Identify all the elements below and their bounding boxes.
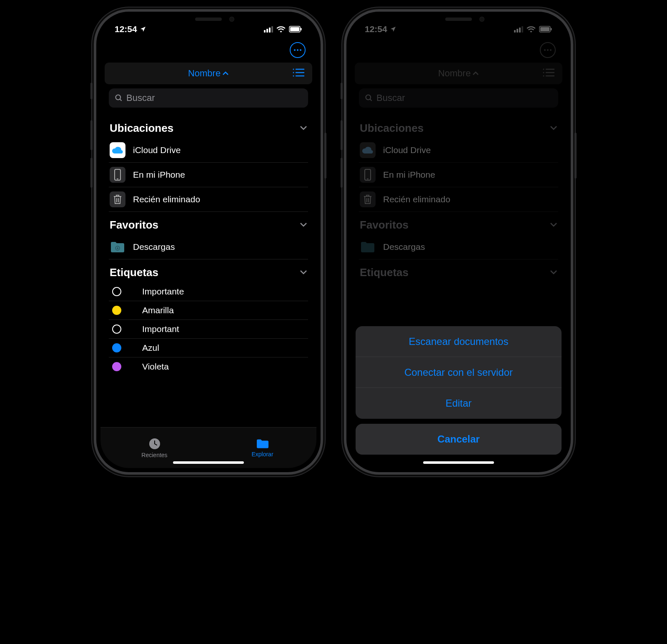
svg-line-13	[120, 99, 122, 101]
wifi-icon	[276, 26, 286, 33]
search-placeholder: Buscar	[376, 93, 405, 103]
list-item-label: Important	[142, 324, 179, 334]
tag-color-icon	[112, 287, 121, 296]
tag-row[interactable]: Important	[109, 320, 308, 339]
section-title: Ubicaciones	[110, 122, 173, 135]
list-item-label: Descargas	[383, 242, 425, 252]
folder-icon	[256, 438, 269, 449]
location-iphone: En mi iPhone	[359, 163, 558, 187]
list-item-label: iCloud Drive	[133, 145, 181, 155]
sheet-cancel[interactable]: Cancelar	[356, 424, 562, 455]
section-title: Etiquetas	[110, 266, 158, 279]
sort-label: Nombre	[188, 68, 221, 79]
section-title: Favoritos	[110, 219, 158, 231]
svg-rect-1	[290, 27, 299, 31]
tag-row[interactable]: Azul	[109, 339, 308, 357]
list-item-label: Importante	[142, 287, 184, 297]
chevron-down-icon	[300, 125, 307, 132]
list-item-label: En mi iPhone	[133, 170, 185, 180]
svg-point-26	[543, 72, 544, 73]
svg-point-28	[543, 75, 544, 77]
location-icon	[390, 26, 396, 33]
list-item-label: Amarilla	[142, 305, 174, 315]
svg-point-12	[116, 95, 121, 100]
home-indicator[interactable]	[173, 461, 244, 464]
cell-signal-icon	[264, 26, 273, 33]
location-icon	[140, 26, 146, 33]
chevron-up-icon	[222, 71, 229, 75]
svg-point-22	[547, 49, 549, 51]
location-trash: Recién eliminado	[359, 187, 558, 212]
list-view-icon	[542, 68, 555, 79]
section-locations: Ubicaciones	[359, 115, 558, 138]
favorite-downloads[interactable]: Descargas	[109, 235, 308, 259]
search-input: Buscar	[359, 88, 558, 108]
tag-color-icon	[112, 325, 121, 334]
svg-point-5	[300, 49, 301, 51]
search-input[interactable]: Buscar	[109, 88, 308, 108]
section-favorites[interactable]: Favoritos	[109, 212, 308, 235]
list-item-label: En mi iPhone	[383, 170, 435, 180]
chevron-down-icon	[300, 221, 307, 229]
chevron-down-icon	[550, 125, 557, 132]
list-item-label: iCloud Drive	[383, 145, 431, 155]
more-button[interactable]	[540, 42, 556, 58]
svg-rect-2	[301, 28, 302, 30]
svg-point-10	[293, 75, 294, 77]
section-locations[interactable]: Ubicaciones	[109, 115, 308, 138]
tag-row[interactable]: Amarilla	[109, 301, 308, 320]
cell-signal-icon	[514, 26, 523, 33]
tag-row[interactable]: Violeta	[109, 357, 308, 376]
downloads-folder-icon	[110, 239, 125, 255]
chevron-down-icon	[550, 269, 557, 277]
tag-color-icon	[112, 343, 121, 352]
sort-label: Nombre	[438, 68, 471, 79]
tag-color-icon	[112, 362, 121, 371]
chevron-down-icon	[550, 221, 557, 229]
search-placeholder: Buscar	[126, 93, 155, 103]
tab-label: Explorar	[251, 451, 273, 458]
favorite-downloads: Descargas	[359, 235, 558, 259]
section-tags[interactable]: Etiquetas	[109, 259, 308, 282]
list-item-label: Recién eliminado	[133, 194, 200, 204]
sort-bar: Nombre	[355, 63, 562, 84]
location-trash[interactable]: Recién eliminado	[109, 187, 308, 212]
location-icloud: iCloud Drive	[359, 138, 558, 163]
more-button[interactable]	[290, 42, 306, 58]
svg-point-6	[293, 69, 294, 70]
svg-point-3	[294, 49, 296, 51]
sheet-scan-documents[interactable]: Escanear documentos	[356, 326, 562, 357]
svg-point-4	[297, 49, 298, 51]
cloud-icon	[110, 142, 125, 158]
clock: 12:54	[115, 24, 137, 34]
section-tags: Etiquetas	[359, 259, 558, 282]
sheet-edit[interactable]: Editar	[356, 388, 562, 419]
list-item-label: Recién eliminado	[383, 194, 450, 204]
svg-point-24	[543, 69, 544, 70]
tab-label: Recientes	[141, 452, 167, 458]
cloud-icon	[360, 142, 376, 158]
section-title: Favoritos	[360, 219, 409, 231]
trash-icon	[360, 191, 376, 207]
section-title: Etiquetas	[360, 266, 409, 279]
section-title: Ubicaciones	[360, 122, 424, 135]
sheet-connect-server[interactable]: Conectar con el servidor	[356, 357, 562, 388]
location-icloud[interactable]: iCloud Drive	[109, 138, 308, 163]
svg-rect-19	[540, 27, 549, 31]
battery-icon	[289, 26, 302, 33]
home-indicator[interactable]	[423, 461, 494, 464]
location-iphone[interactable]: En mi iPhone	[109, 163, 308, 187]
sort-bar[interactable]: Nombre	[105, 63, 312, 84]
chevron-down-icon	[300, 269, 307, 277]
list-view-icon[interactable]	[292, 68, 305, 79]
wifi-icon	[527, 26, 536, 33]
battery-icon	[539, 26, 552, 33]
clock: 12:54	[365, 24, 387, 34]
svg-point-30	[366, 95, 371, 100]
list-item-label: Descargas	[133, 242, 175, 252]
svg-line-31	[370, 99, 372, 101]
trash-icon	[110, 191, 125, 207]
iphone-icon	[360, 167, 376, 183]
tag-row[interactable]: Importante	[109, 282, 308, 301]
tag-color-icon	[112, 306, 121, 315]
